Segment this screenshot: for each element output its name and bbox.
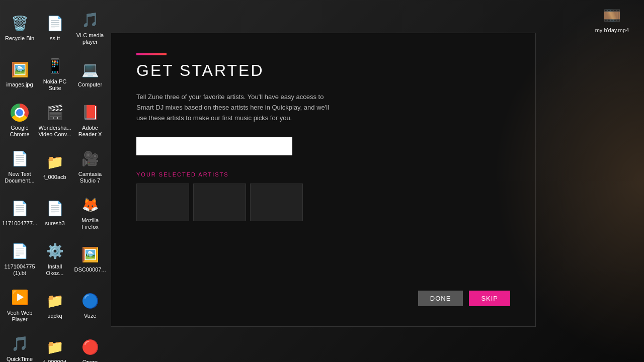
desktop-icons-area: 🗑️ Recycle Bin 📄 ss.tt 🎵 VLC media playe…	[0, 0, 108, 362]
accent-line	[136, 53, 167, 55]
artist-slot-3[interactable]	[250, 184, 303, 221]
desktop-icon-quicktime[interactable]: 🎵 QuickTime Player	[3, 329, 37, 362]
desktop-icon-mozilla-firefox[interactable]: 🦊 Mozilla Firefox	[73, 190, 107, 235]
dialog-description: Tell Zune three of your favorite artists…	[136, 92, 338, 123]
desktop-icon-adobe-reader[interactable]: 📕 Adobe Reader X	[73, 98, 107, 143]
desktop-icon-images-jpg[interactable]: 🖼️ images.jpg	[3, 51, 37, 97]
desktop-icon-camtasia[interactable]: 🎥 Camtasia Studio 7	[73, 144, 107, 189]
selected-artists-label: YOUR SELECTED ARTISTS	[136, 171, 510, 177]
dialog-title: GET STARTED	[136, 61, 510, 80]
desktop-icon-dsc00007[interactable]: 🖼️ DSC00007...	[73, 236, 107, 282]
artist-slot-2[interactable]	[193, 184, 246, 221]
desktop-icon-wondershare[interactable]: 🎬 Wondersha... Video Conv...	[38, 98, 72, 143]
desktop-icon-nokia-pc[interactable]: 📱 Nokia PC Suite	[38, 51, 72, 97]
desktop: 🗑️ Recycle Bin 📄 ss.tt 🎵 VLC media playe…	[0, 0, 644, 362]
desktop-icon-suresh3[interactable]: 📄 suresh3	[38, 190, 72, 235]
dialog-buttons: DONE SKIP	[418, 291, 510, 306]
desktop-icon-veoh-web[interactable]: ▶️ Veoh Web Player	[3, 283, 37, 328]
desktop-icon-1171004777[interactable]: 📄 1171004777...	[3, 190, 37, 235]
desktop-icon-1171004775[interactable]: 📄 1171004775 (1).bt	[3, 236, 37, 282]
desktop-icon-f00000d[interactable]: 📁 f_00000d	[38, 329, 72, 362]
desktop-icon-uqckq[interactable]: 📁 uqckq	[38, 283, 72, 328]
artist-search-input[interactable]	[136, 137, 292, 155]
desktop-icon-install-okoz[interactable]: ⚙️ Install Okoz...	[38, 236, 72, 282]
desktop-icon-vuze[interactable]: 🔵 Vuze	[73, 283, 107, 328]
desktop-icon-f000acb[interactable]: 📁 f_000acb	[38, 144, 72, 189]
desktop-icon-new-text-doc[interactable]: 📄 New Text Document...	[3, 144, 37, 189]
done-button[interactable]: DONE	[418, 291, 463, 306]
desktop-icon-opera[interactable]: 🔴 Opera	[73, 329, 107, 362]
desktop-icon-vlc[interactable]: 🎵 VLC media player	[73, 5, 107, 50]
artist-slot-1[interactable]	[136, 184, 189, 221]
zune-dialog: GET STARTED Tell Zune three of your favo…	[111, 33, 536, 327]
skip-button[interactable]: SKIP	[469, 291, 510, 306]
desktop-icon-my-bday[interactable]: 🎞️ my b'day.mp4	[595, 5, 629, 33]
artist-slots-container	[136, 184, 510, 221]
desktop-icon-recycle-bin[interactable]: 🗑️ Recycle Bin	[3, 5, 37, 50]
desktop-icon-computer[interactable]: 💻 Computer	[73, 51, 107, 97]
desktop-icon-ss-txt[interactable]: 📄 ss.tt	[38, 5, 72, 50]
desktop-icon-google-chrome[interactable]: Google Chrome	[3, 98, 37, 143]
